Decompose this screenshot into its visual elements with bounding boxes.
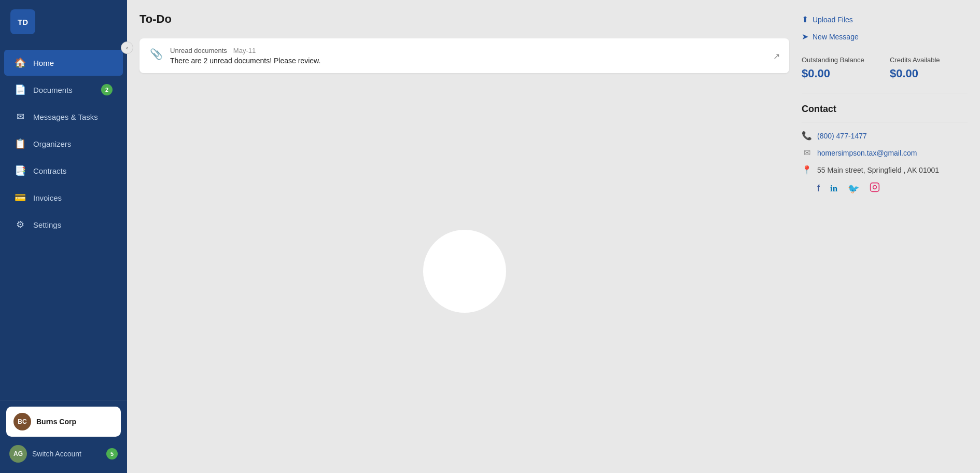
balance-divider — [802, 93, 968, 93]
todo-content: Unread documents May-11 There are 2 unre… — [170, 47, 779, 65]
sidebar-item-documents[interactable]: 📄 Documents 2 — [4, 77, 123, 103]
sidebar-item-invoices[interactable]: 💳 Invoices — [4, 185, 123, 211]
loading-area — [139, 81, 789, 461]
credits-available-label: Credits Available — [890, 56, 968, 64]
page-title: To-Do — [139, 12, 789, 26]
right-actions: ⬆ Upload Files ➤ New Message — [802, 12, 968, 44]
sidebar-item-documents-label: Documents — [33, 86, 73, 94]
avatar-ag: AG — [9, 445, 27, 463]
invoices-icon: 💳 — [15, 192, 26, 203]
sidebar-item-invoices-label: Invoices — [33, 193, 62, 202]
account-card: BC Burns Corp — [6, 407, 121, 437]
center-panel: To-Do 📎 Unread documents May-11 There ar… — [139, 12, 789, 461]
contact-phone-item: 📞 (800) 477-1477 — [802, 131, 968, 141]
sidebar-footer: BC Burns Corp AG Switch Account 5 — [0, 400, 127, 473]
todo-card: 📎 Unread documents May-11 There are 2 un… — [139, 38, 789, 73]
upload-files-label: Upload Files — [813, 16, 853, 24]
contact-phone-link[interactable]: (800) 477-1477 — [817, 132, 867, 140]
contact-section: Contact 📞 (800) 477-1477 ✉ homersimpson.… — [802, 104, 968, 195]
instagram-icon[interactable] — [870, 182, 880, 195]
phone-icon: 📞 — [802, 131, 812, 141]
sidebar-item-settings[interactable]: ⚙ Settings — [4, 212, 123, 238]
balance-section: Outstanding Balance $0.00 Credits Availa… — [802, 56, 968, 80]
sidebar-logo: TD — [0, 0, 127, 44]
sidebar-item-organizers-label: Organizers — [33, 140, 71, 148]
linkedin-icon[interactable]: in — [830, 184, 837, 194]
contact-address-item: 📍 55 Main street, Springfield , AK 01001 — [802, 165, 968, 175]
svg-rect-0 — [871, 183, 879, 192]
main-inner: To-Do 📎 Unread documents May-11 There ar… — [127, 0, 980, 473]
sidebar-item-settings-label: Settings — [33, 220, 61, 229]
new-message-button[interactable]: ➤ New Message — [802, 30, 859, 44]
contracts-icon: 📑 — [15, 165, 26, 176]
sidebar-item-organizers[interactable]: 📋 Organizers — [4, 131, 123, 157]
sidebar-item-contracts[interactable]: 📑 Contracts — [4, 158, 123, 184]
location-icon: 📍 — [802, 165, 812, 175]
sidebar: TD ‹ 🏠 Home 📄 Documents 2 ✉ Messages & T… — [0, 0, 127, 473]
contact-address: 55 Main street, Springfield , AK 01001 — [817, 166, 939, 174]
sidebar-collapse-button[interactable]: ‹ — [121, 41, 133, 54]
settings-icon: ⚙ — [15, 219, 26, 230]
credits-available-block: Credits Available $0.00 — [890, 56, 968, 80]
sidebar-nav: 🏠 Home 📄 Documents 2 ✉ Messages & Tasks … — [0, 44, 127, 400]
contact-divider — [802, 122, 968, 122]
switch-account-badge: 5 — [106, 448, 118, 460]
facebook-icon[interactable]: f — [817, 183, 820, 194]
sidebar-item-messages-label: Messages & Tasks — [33, 113, 98, 121]
todo-header: Unread documents May-11 — [170, 47, 779, 54]
loading-circle — [423, 230, 506, 313]
outstanding-balance-value: $0.00 — [802, 67, 879, 80]
app-logo: TD — [10, 9, 35, 34]
outstanding-balance-label: Outstanding Balance — [802, 56, 879, 64]
right-panel: ⬆ Upload Files ➤ New Message Outstanding… — [802, 12, 968, 461]
svg-point-1 — [873, 186, 877, 189]
sidebar-item-contracts-label: Contracts — [33, 166, 66, 175]
todo-message: There are 2 unread documents! Please rev… — [170, 57, 779, 65]
twitter-icon[interactable]: 🐦 — [848, 183, 859, 194]
organizers-icon: 📋 — [15, 138, 26, 149]
todo-label: Unread documents — [170, 47, 227, 54]
switch-account-button[interactable]: AG Switch Account 5 — [6, 441, 121, 467]
messages-icon: ✉ — [15, 111, 26, 122]
upload-icon: ⬆ — [802, 15, 808, 24]
todo-date: May-11 — [233, 47, 256, 54]
home-icon: 🏠 — [15, 57, 26, 68]
new-message-label: New Message — [813, 33, 859, 41]
switch-account-label: Switch Account — [32, 450, 81, 458]
documents-icon: 📄 — [15, 84, 26, 95]
email-icon: ✉ — [802, 148, 812, 158]
social-row: f in 🐦 — [802, 182, 968, 195]
upload-files-button[interactable]: ⬆ Upload Files — [802, 12, 853, 26]
contact-email-link[interactable]: homersimpson.tax@gmail.com — [817, 149, 917, 157]
send-icon: ➤ — [802, 32, 808, 41]
avatar-bc: BC — [13, 413, 31, 430]
todo-external-link-icon[interactable]: ↗ — [773, 51, 780, 61]
contact-title: Contact — [802, 104, 968, 115]
contact-email-item: ✉ homersimpson.tax@gmail.com — [802, 148, 968, 158]
attachment-icon: 📎 — [150, 48, 163, 60]
sidebar-item-messages[interactable]: ✉ Messages & Tasks — [4, 104, 123, 130]
balance-grid: Outstanding Balance $0.00 Credits Availa… — [802, 56, 968, 80]
svg-point-2 — [877, 185, 877, 185]
documents-badge: 2 — [101, 84, 113, 95]
account-name: Burns Corp — [36, 418, 76, 426]
credits-available-value: $0.00 — [890, 67, 968, 80]
main-content: To-Do 📎 Unread documents May-11 There ar… — [127, 0, 980, 473]
sidebar-item-home[interactable]: 🏠 Home — [4, 50, 123, 76]
outstanding-balance-block: Outstanding Balance $0.00 — [802, 56, 879, 80]
sidebar-item-home-label: Home — [33, 59, 54, 67]
